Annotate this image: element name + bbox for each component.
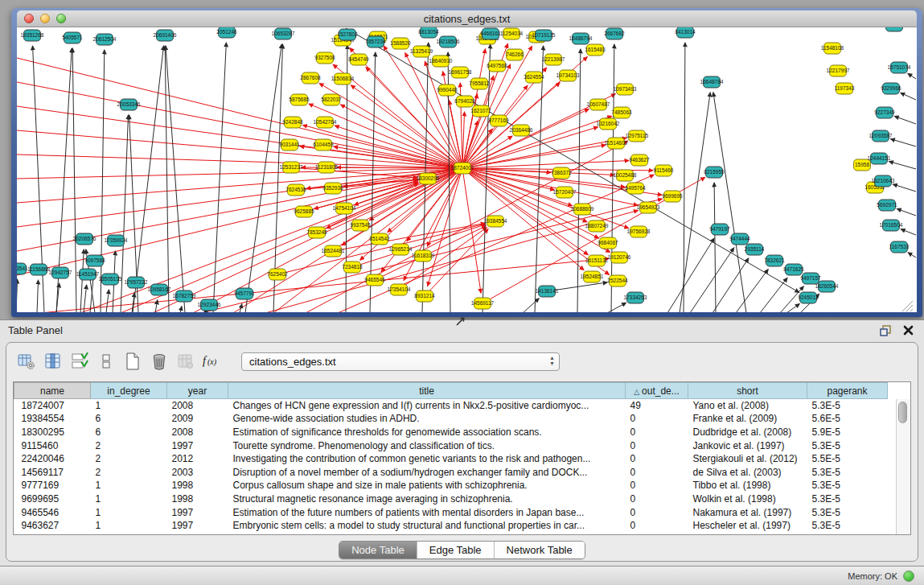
table-cell: 6 (91, 412, 167, 426)
import-table-disabled-button[interactable] (175, 351, 196, 372)
graph-node-label: 17334263 (624, 295, 647, 300)
graph-node-label: 19120746 (608, 254, 631, 260)
column-header-name[interactable]: name (14, 383, 91, 399)
graph-node-label: 7832621 (764, 257, 785, 263)
graph-node-label: 9242848 (282, 119, 303, 125)
sort-ascending-icon: △ (634, 388, 639, 396)
rows-button[interactable] (96, 351, 117, 372)
table-cell: 1 (91, 492, 167, 506)
graph-node-label: 14754104 (333, 205, 356, 211)
minimize-window-button[interactable] (40, 14, 50, 23)
graph-node-label: 9990448 (437, 87, 458, 93)
graph-node-label: 12942757 (49, 270, 72, 275)
table-row[interactable]: 911546021997Tourette syndrome. Phenomeno… (14, 439, 888, 452)
graph-node-label: 10607487 (587, 101, 610, 107)
table-cell: 0 (626, 505, 688, 519)
table-cell: Nakamura et al. (1997) (688, 505, 807, 519)
graph-node-label: 20364486 (510, 127, 533, 133)
table-cell: 2012 (167, 452, 228, 466)
graph-node-label: 2051246 (216, 29, 237, 35)
column-header-pagerank[interactable]: pagerank (807, 383, 888, 399)
graph-node-label: 12531237 (280, 164, 303, 170)
table-settings-button[interactable] (16, 351, 37, 372)
table-cell: 2008 (167, 426, 228, 439)
desktop: citations_edges.txt 18724007193845541830… (0, 0, 924, 319)
graph-node-label: 6794028 (454, 98, 475, 104)
table-cell: Jankovic et al. (1997) (688, 439, 807, 452)
column-header-out_de[interactable]: △out_de... (626, 383, 688, 399)
graph-node-label: 17354104 (388, 286, 411, 292)
scrollbar-thumb[interactable] (898, 402, 907, 423)
graph-node-label: 8215955 (704, 169, 725, 175)
new-document-button[interactable] (122, 351, 143, 372)
table-toolbar: f(x) citations_edges.txt ▲▼ (6, 343, 918, 378)
graph-node-label: 6104459 (313, 142, 334, 147)
table-cell: 5.3E-5 (807, 492, 888, 506)
table-row[interactable]: 946554611997Estimation of the future num… (14, 505, 888, 519)
graph-node-label: 15124981 (883, 27, 906, 28)
tab-node-table[interactable]: Node Table (339, 542, 417, 558)
table-row[interactable]: 946362711997Embryonic stem cells: a mode… (14, 519, 888, 533)
graph-node-label: 12975115 (626, 133, 649, 138)
table-row[interactable]: 1872400712008Changes of HCN gene express… (14, 399, 888, 413)
network-canvas[interactable]: 1872400719384554183002951512454993275082… (17, 27, 917, 312)
graph-node-label: 9329966 (881, 85, 901, 91)
close-panel-button[interactable] (900, 323, 916, 338)
column-header-in_degree[interactable]: in_degree (91, 383, 167, 399)
network-window-titlebar[interactable]: citations_edges.txt (17, 10, 917, 27)
graph-node-label: 9227349 (874, 109, 895, 115)
table-cell: 2003 (167, 465, 228, 479)
column-header-year[interactable]: year (167, 383, 228, 399)
graph-node-label: 16961758 (449, 69, 472, 75)
float-panel-button[interactable] (877, 323, 893, 338)
column-header-short[interactable]: short (688, 383, 807, 399)
tab-network-table[interactable]: Network Table (494, 542, 585, 558)
table-row[interactable]: 977716911998Corpus callosum shape and si… (14, 479, 888, 492)
graph-node-label: 9699695 (662, 193, 683, 199)
graph-node-label: 1167533 (889, 244, 910, 249)
graph-node-label: 7955812 (469, 80, 490, 86)
network-window[interactable]: citations_edges.txt 18724007193845541830… (11, 8, 922, 317)
table-row[interactable]: 969969511998Structural magnetic resonanc… (14, 492, 888, 506)
table-row[interactable]: 1456911722003Disruption of a novel membe… (14, 465, 888, 479)
graph-node-label: 17957222 (125, 279, 148, 285)
graph-node-label: 1615483 (585, 47, 606, 52)
resize-grip[interactable] (902, 301, 913, 311)
table-row[interactable]: 1830029562008Estimation of significance … (14, 426, 888, 439)
table-panel: Table Panel (0, 319, 924, 566)
graph-node-label: 17016504 (880, 222, 903, 228)
tab-edge-table[interactable]: Edge Table (417, 542, 494, 558)
graph-node-label: 14569117 (471, 300, 495, 306)
graph-node-label: 15751074 (888, 64, 911, 70)
graph-node-label: 14136141 (536, 288, 559, 294)
graph-node-label: 8931214 (414, 293, 435, 299)
graph-node-label: 18260544 (815, 283, 839, 289)
graph-node-label: 1621072 (470, 108, 491, 113)
citation-network-graph[interactable]: 1872400719384554183002951512454993275082… (17, 27, 917, 312)
network-table-select[interactable]: citations_edges.txt ▲▼ (241, 352, 560, 371)
zoom-window-button[interactable] (56, 14, 66, 23)
row-check-button[interactable] (69, 351, 90, 372)
table-cell: 1997 (167, 439, 228, 452)
table-row[interactable]: 1938455462009Genome-wide association stu… (14, 412, 888, 426)
graph-node-label: 11506834 (331, 76, 355, 81)
graph-node-label: 3624554 (524, 74, 544, 80)
graph-node-label: 11548108 (821, 45, 844, 51)
table-cell: 1998 (167, 479, 228, 492)
select-column-button[interactable] (43, 351, 64, 372)
graph-node-label: 15720407 (553, 189, 577, 195)
node-layer: 1872400719384554183002951512454993275082… (17, 27, 911, 311)
table-row[interactable]: 2242004622012Investigating the contribut… (14, 452, 888, 466)
table-cell: 9463627 (14, 519, 91, 533)
function-button[interactable]: f(x) (202, 351, 223, 372)
graph-node-label: 1588520 (390, 40, 411, 46)
delete-button[interactable] (149, 351, 170, 372)
graph-node-label: 16524481 (322, 248, 345, 253)
graph-node-label: 8813054 (418, 29, 439, 35)
table-vertical-scrollbar[interactable] (896, 399, 910, 534)
graph-node-label: 5692971 (877, 202, 897, 208)
close-window-button[interactable] (24, 14, 34, 23)
table-cell: 0 (626, 452, 688, 466)
graph-node-label: 5875685 (289, 97, 310, 102)
column-header-title[interactable]: title (228, 383, 626, 399)
